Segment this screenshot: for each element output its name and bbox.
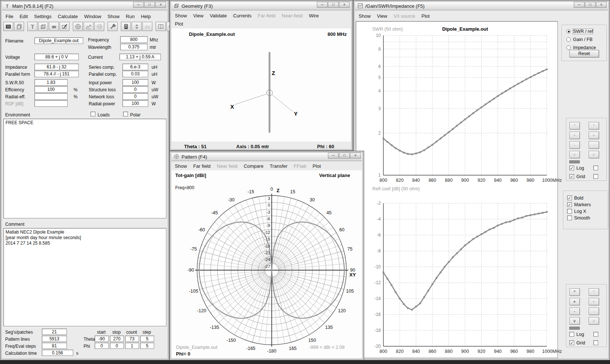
menu-item-run[interactable]: Run (126, 14, 135, 19)
efficiency-input[interactable]: 100 (34, 86, 68, 93)
geometry-cube-button[interactable] (38, 22, 48, 31)
comment-textarea[interactable]: Matlab NEC2 Dipole Example [year month d… (3, 228, 166, 326)
geometry-edit-button[interactable] (60, 22, 70, 31)
top-chart-scale-left-minus[interactable]: - (569, 141, 580, 149)
input-power-input[interactable]: 100 (122, 79, 148, 86)
minimize-button[interactable]: ─ (328, 153, 339, 159)
menu-item-show[interactable]: Show (108, 14, 120, 19)
gain-line-chart-button[interactable] (84, 22, 94, 31)
maximize-button[interactable]: □ (585, 2, 596, 8)
maximize-button[interactable]: □ (328, 2, 339, 8)
loads-checkbox[interactable] (91, 112, 95, 116)
theta-stop-input[interactable]: 270 (110, 336, 124, 342)
run-nec-button[interactable] (108, 22, 118, 31)
close-button[interactable]: × (596, 2, 607, 8)
manual-book-button[interactable] (156, 22, 166, 31)
top-chart-scale-left-plus[interactable]: + (569, 132, 580, 139)
scale-1to1-button[interactable]: 1:1 (142, 22, 152, 31)
polar-checkbox[interactable] (123, 112, 128, 116)
menu-item-far-field[interactable]: Far-field (258, 13, 275, 18)
menu-item-plot[interactable]: Plot (175, 21, 183, 27)
antenna-view-button[interactable] (27, 22, 37, 31)
top-chart-scale-left-down[interactable]: v (569, 151, 580, 158)
radiation-pattern-plot[interactable]: 30-3-6-9-12-15-18-21-24-27-165-150-135-1… (170, 151, 365, 361)
menu-item-settings[interactable]: Settings (34, 14, 51, 19)
phi-step-input[interactable]: 5 (140, 343, 154, 349)
bottom-chart-scale-right-down[interactable]: v (589, 317, 599, 324)
current-input[interactable]: 1.13 + j 0.59 A (119, 54, 161, 60)
bottom-chart-scale-grid-checkbox[interactable]: ✓ (569, 340, 574, 345)
top-chart-scale-right-minus[interactable]: - (589, 141, 599, 149)
environment-textarea[interactable]: FREE SPACE (3, 119, 166, 218)
impedance-input[interactable]: 61.8 - j 32 (34, 64, 79, 70)
option-impedance-radio[interactable] (566, 45, 571, 50)
menu-item-near-field[interactable]: Near-field (282, 13, 302, 18)
structure-loss-input[interactable]: 0 (122, 86, 148, 93)
bottom-chart-scale-right-plus[interactable]: + (589, 298, 599, 305)
bottom-chart-scale-left-minus[interactable]: - (569, 307, 580, 315)
option-gain-fb-radio[interactable] (566, 37, 571, 42)
geometry-3d-plot[interactable]: X Y Z (171, 29, 352, 142)
bottom-chart-scale-log-checkbox[interactable] (569, 332, 574, 337)
top-chart-scale-grid-checkbox[interactable]: ✓ (569, 174, 574, 179)
menu-item-currents[interactable]: Currents (233, 13, 252, 18)
top-chart-scale-right-up[interactable]: ^ (589, 122, 599, 129)
minimize-button[interactable]: ─ (317, 2, 328, 8)
minimize-button[interactable]: ─ (574, 2, 584, 8)
close-button[interactable]: × (339, 2, 350, 8)
filename-input[interactable]: Dipole_Example.out (34, 37, 83, 44)
top-chart-scale-log-extra-checkbox[interactable] (593, 166, 598, 170)
step-updown-button[interactable] (132, 22, 142, 31)
radiat-power-input[interactable]: 100 (122, 100, 148, 107)
file-copy-button[interactable] (14, 22, 24, 31)
radiat-eff-input[interactable] (34, 93, 68, 100)
phi-stop-input[interactable]: 0 (110, 343, 124, 349)
menu-item-view[interactable]: View (377, 13, 387, 19)
maximize-button[interactable]: □ (339, 153, 350, 159)
close-button[interactable]: × (155, 2, 166, 8)
menu-item-v-i-source[interactable]: V/I source (393, 13, 415, 19)
rdf-input[interactable] (34, 100, 68, 107)
bold-checkbox[interactable]: ✓ (567, 195, 572, 200)
calculator-button[interactable] (121, 22, 131, 31)
nec-editor-button[interactable] (3, 22, 13, 31)
network-loss-input[interactable]: 0 (122, 93, 148, 100)
close-button[interactable]: × (350, 153, 361, 159)
menu-item-help[interactable]: Help (141, 14, 151, 19)
menu-item-window[interactable]: Window (84, 14, 101, 19)
menu-item-view[interactable]: View (193, 13, 204, 18)
voltage-input[interactable]: 88.6 + j 0 V (34, 54, 79, 60)
menu-item-validate[interactable]: Validate (210, 13, 227, 18)
maximize-button[interactable]: □ (144, 2, 155, 8)
log-x-checkbox[interactable] (567, 209, 572, 214)
bottom-chart-scale-left-plus[interactable]: + (569, 298, 580, 305)
bottom-chart-scale-log-extra-checkbox[interactable] (593, 332, 598, 337)
markers-checkbox[interactable]: ✓ (567, 202, 572, 207)
smooth-checkbox[interactable] (567, 215, 572, 220)
wavelength-input[interactable]: 0.375 (120, 44, 148, 50)
top-chart-scale-grid-extra-checkbox[interactable] (593, 174, 598, 179)
top-chart-scale-log-checkbox[interactable]: ✓ (569, 166, 574, 170)
phi-count-input[interactable]: 1 (125, 343, 139, 349)
menu-item-wire[interactable]: Wire (309, 13, 319, 18)
bottom-chart-scale-right-minus[interactable]: - (589, 307, 599, 315)
minimize-button[interactable]: ─ (133, 2, 144, 8)
view-3d-button[interactable]: 3D (49, 22, 59, 31)
menu-item-plot[interactable]: Plot (421, 13, 430, 19)
bottom-chart-scale-left-down[interactable]: v (569, 317, 580, 324)
gain-titlebar[interactable]: /Gain/SWR/Impedance (F5) (355, 2, 608, 10)
bottom-chart-scale-grid-extra-checkbox[interactable] (593, 340, 598, 345)
parallel-comp-input[interactable]: 0.03 (122, 71, 148, 77)
option-swr-ref-radio[interactable] (566, 29, 571, 34)
menu-item-show[interactable]: Show (175, 13, 187, 18)
menu-item-file[interactable]: File (6, 14, 13, 19)
theta-step-input[interactable]: 5 (140, 336, 154, 342)
far-field-pattern-button[interactable] (73, 22, 83, 31)
swr50-input[interactable]: 1.83 (34, 79, 68, 86)
top-chart-scale-left-up[interactable]: ^ (569, 122, 580, 129)
menu-item-edit[interactable]: Edit (20, 14, 28, 19)
top-chart-scale-right-plus[interactable]: + (589, 132, 599, 139)
smith-chart-button[interactable] (94, 22, 104, 31)
frequency-input[interactable]: 800 (120, 36, 148, 43)
reset-button[interactable]: Reset (569, 50, 599, 57)
